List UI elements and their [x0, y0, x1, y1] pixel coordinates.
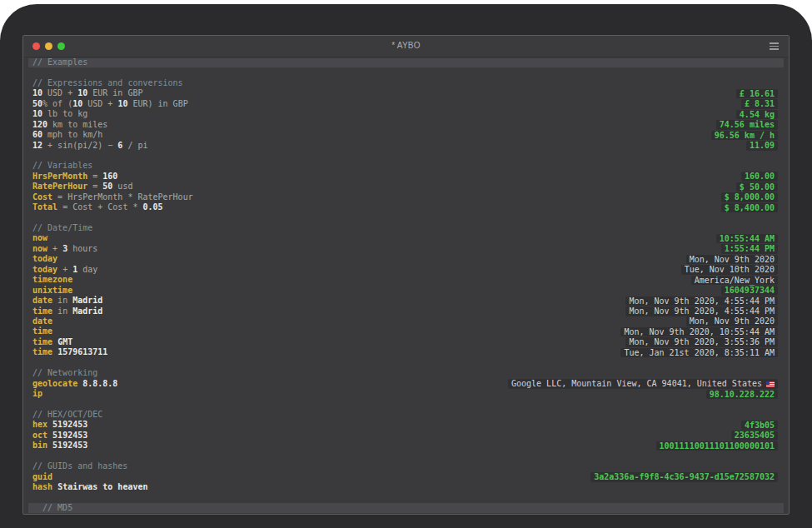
result-badge[interactable]: America/New_York: [691, 276, 778, 286]
code-line[interactable]: guid3a2a336a-f9f8-4c36-9437-d15e72587032: [23, 472, 789, 482]
result-badge[interactable]: 96.56 km / h: [711, 131, 778, 141]
result-badge[interactable]: Mon, Nov 9th 2020: [686, 255, 778, 265]
code-line[interactable]: // Networking: [23, 368, 789, 378]
code-line[interactable]: 10 lb to kg4.54 kg: [23, 109, 789, 119]
blank-line[interactable]: [23, 451, 789, 461]
result-text: Mon, Nov 9th 2020: [690, 316, 775, 326]
result-badge[interactable]: 10:55:44 AM: [716, 234, 778, 244]
code-token: time: [32, 337, 52, 346]
code-line[interactable]: 50% of (10 USD + 10 EUR) in GBP£ 8.31: [23, 99, 789, 109]
code-token: date: [32, 296, 52, 305]
code-line[interactable]: timeMon, Nov 9th 2020, 10:55:44 AM: [23, 326, 789, 336]
code-line[interactable]: 120 km to miles74.56 miles: [23, 120, 789, 130]
code-line[interactable]: // MD5: [23, 503, 789, 513]
code-line[interactable]: // Expressions and conversions: [23, 78, 789, 88]
code-token: Cost: [32, 192, 52, 202]
blank-line[interactable]: [23, 151, 789, 161]
result-badge[interactable]: $ 8,000.00: [721, 192, 778, 202]
code-token: = Cost + Cost *: [57, 202, 142, 212]
result-badge[interactable]: 4.54 kg: [736, 110, 778, 120]
code-line[interactable]: bin 519245310011110011101100000101: [23, 441, 789, 451]
code-line[interactable]: Total = Cost + Cost * 0.05$ 8,400.00: [23, 202, 789, 212]
result-badge[interactable]: Tue, Nov 10th 2020: [681, 265, 778, 275]
code-token: time: [32, 326, 52, 336]
result-badge[interactable]: Mon, Nov 9th 2020, 4:55:44 PM: [625, 306, 778, 316]
code-token: EUR in GBP: [87, 88, 142, 97]
result-badge[interactable]: 1:55:44 PM: [721, 244, 778, 254]
result-badge[interactable]: 98.10.228.222: [706, 390, 778, 400]
code-line[interactable]: // Date/Time: [23, 223, 789, 233]
code-line[interactable]: 10 USD + 10 EUR in GBP£ 16.61: [23, 88, 789, 98]
result-badge[interactable]: 4f3b05: [741, 421, 778, 431]
result-badge[interactable]: Mon, Nov 9th 2020, 3:55:36 PM: [625, 337, 778, 347]
code-line[interactable]: ip98.10.228.222: [23, 389, 789, 399]
blank-line[interactable]: [23, 67, 789, 77]
code-token: // Examples: [32, 57, 87, 67]
code-line[interactable]: oct 519245323635405: [23, 431, 789, 441]
code-line[interactable]: RatePerHour = 50 usd$ 50.00: [23, 182, 789, 192]
code-line[interactable]: // GUIDs and hashes: [23, 461, 789, 471]
code-token: guid: [32, 472, 52, 481]
code-line[interactable]: today + 1 dayTue, Nov 10th 2020: [23, 265, 789, 275]
code-token: +: [57, 265, 72, 274]
result-badge[interactable]: 23635405: [731, 431, 778, 441]
result-text: Mon, Nov 9th 2020, 3:55:36 PM: [629, 337, 775, 346]
code-line[interactable]: // Examples: [23, 57, 789, 67]
code-line[interactable]: Cost = HrsPerMonth * RatePerHour$ 8,000.…: [23, 192, 789, 202]
code-line[interactable]: time in MadridMon, Nov 9th 2020, 4:55:44…: [23, 306, 789, 316]
code-line[interactable]: hex 51924534f3b05: [23, 420, 789, 430]
code-line[interactable]: dateMon, Nov 9th 2020: [23, 316, 789, 326]
blank-line[interactable]: [23, 358, 789, 368]
result-text: $ 8,000.00: [725, 192, 775, 202]
result-badge[interactable]: Mon, Nov 9th 2020, 10:55:44 AM: [620, 327, 778, 337]
code-token: hash: [32, 482, 52, 491]
code-line[interactable]: 60 mph to km/h96.56 km / h: [23, 130, 789, 140]
code-line[interactable]: time GMTMon, Nov 9th 2020, 3:55:36 PM: [23, 337, 789, 347]
blank-line[interactable]: [23, 213, 789, 223]
result-badge[interactable]: £ 8.31: [741, 99, 778, 109]
code-line[interactable]: // Variables: [23, 161, 789, 171]
result-badge[interactable]: Mon, Nov 9th 2020: [686, 316, 778, 326]
code-line[interactable]: unixtime1604937344: [23, 286, 789, 296]
result-badge[interactable]: 1604937344: [721, 286, 778, 296]
result-text: 23635405: [735, 431, 775, 440]
code-token: // HEX/OCT/DEC: [32, 410, 102, 419]
code-token: ip: [32, 389, 42, 398]
code-line[interactable]: todayMon, Nov 9th 2020: [23, 254, 789, 264]
code-token: 1579613711: [57, 347, 107, 356]
code-token: // Networking: [32, 368, 97, 377]
result-badge[interactable]: 3a2a336a-f9f8-4c36-9437-d15e72587032: [590, 472, 778, 482]
result-badge[interactable]: 10011110011101100000101: [656, 441, 778, 451]
code-line[interactable]: // HEX/OCT/DEC: [23, 410, 789, 420]
result-badge[interactable]: £ 16.61: [736, 89, 778, 99]
code-line[interactable]: HrsPerMonth = 160160.00: [23, 172, 789, 182]
code-line[interactable]: 12 + sin(pi/2) − 6 / pi11.09: [23, 141, 789, 151]
code-line[interactable]: date in MadridMon, Nov 9th 2020, 4:55:44…: [23, 296, 789, 306]
result-badge[interactable]: 74.56 miles: [716, 120, 778, 130]
result-badge[interactable]: Tue, Jan 21st 2020, 8:35:11 AM: [620, 348, 778, 358]
code-line[interactable]: now + 3 hours1:55:44 PM: [23, 244, 789, 254]
result-badge[interactable]: $ 8,400.00: [721, 203, 778, 213]
code-token: time: [32, 347, 52, 356]
code-line[interactable]: time 1579613711Tue, Jan 21st 2020, 8:35:…: [23, 347, 789, 357]
code-token: +: [47, 244, 62, 253]
code-token: USD +: [82, 99, 117, 108]
blank-line[interactable]: [23, 399, 789, 409]
result-text: 10:55:44 AM: [720, 234, 775, 243]
code-line[interactable]: now10:55:44 AM: [23, 233, 789, 243]
code-line[interactable]: hash Stairwas to heaven: [23, 482, 789, 492]
code-token: // Date/Time: [32, 223, 92, 232]
result-badge[interactable]: $ 50.00: [736, 182, 778, 192]
result-badge[interactable]: 160.00: [741, 172, 778, 182]
result-badge[interactable]: Google LLC, Mountain View, CA 94041, Uni…: [508, 379, 778, 389]
result-text: Mon, Nov 9th 2020, 4:55:44 PM: [629, 296, 775, 306]
editor[interactable]: // Examples// Expressions and conversion…: [23, 57, 789, 515]
blank-line[interactable]: [23, 492, 789, 502]
result-text: 10011110011101100000101: [660, 441, 775, 451]
code-token: 50: [102, 182, 112, 191]
result-badge[interactable]: 11.09: [746, 141, 778, 151]
code-line[interactable]: timezoneAmerica/New_York: [23, 275, 789, 285]
code-line[interactable]: geolocate 8.8.8.8Google LLC, Mountain Vi…: [23, 379, 789, 389]
result-badge[interactable]: Mon, Nov 9th 2020, 4:55:44 PM: [625, 296, 778, 306]
menu-button[interactable]: [768, 42, 780, 52]
